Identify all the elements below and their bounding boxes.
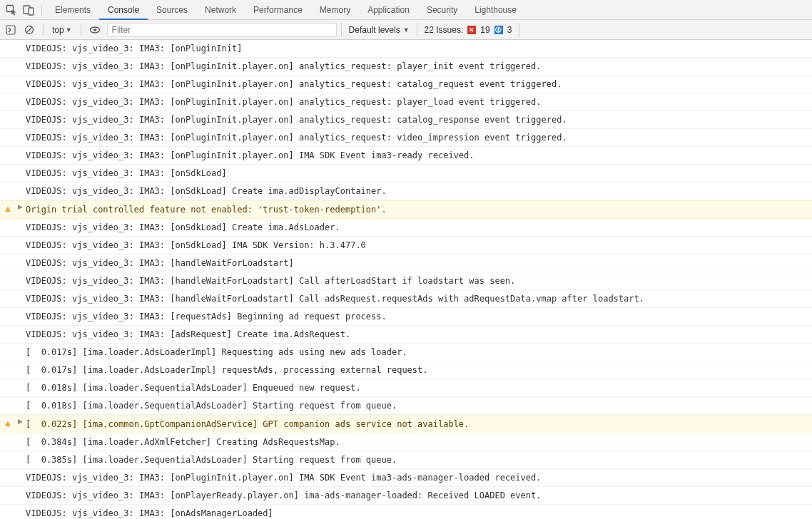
- tab-security[interactable]: Security: [418, 0, 466, 19]
- log-message: VIDEOJS: vjs_video_3: IMA3: [onSdkLoad] …: [24, 239, 366, 252]
- console-row[interactable]: VIDEOJS: vjs_video_3: IMA3: [onPluginIni…: [0, 40, 812, 58]
- log-message: [ 0.017s] [ima.loader.AdsLoaderImpl] req…: [24, 364, 428, 376]
- issues-info-count: 3: [507, 25, 512, 35]
- log-message: VIDEOJS: vjs_video_3: IMA3: [onSdkLoad]: [24, 167, 227, 180]
- issues-summary[interactable]: 22 Issues: ✕ 19 🛈 3: [417, 23, 520, 37]
- log-message: VIDEOJS: vjs_video_3: IMA3: [onPluginIni…: [24, 471, 541, 484]
- console-row[interactable]: ▲▶[ 0.022s] [ima.common.GptCompanionAdSe…: [0, 415, 812, 433]
- log-message: [ 0.385s] [ima.loader.SequentialAdsLoade…: [24, 453, 397, 466]
- log-message: VIDEOJS: vjs_video_3: IMA3: [onAdsManage…: [24, 507, 273, 519]
- console-row[interactable]: [ 0.017s] [ima.loader.AdsLoaderImpl] Req…: [0, 344, 812, 361]
- issues-error-count: 19: [480, 25, 489, 35]
- log-message: VIDEOJS: vjs_video_3: IMA3: [onPluginIni…: [24, 96, 541, 108]
- tab-performance[interactable]: Performance: [245, 0, 311, 19]
- console-row[interactable]: VIDEOJS: vjs_video_3: IMA3: [adsRequest]…: [0, 326, 812, 344]
- log-message: [ 0.018s] [ima.loader.SequentialAdsLoade…: [24, 381, 361, 394]
- console-row[interactable]: VIDEOJS: vjs_video_3: IMA3: [handleWaitF…: [0, 290, 812, 308]
- clear-console-icon[interactable]: [20, 21, 39, 38]
- console-row[interactable]: VIDEOJS: vjs_video_3: IMA3: [onPlayerRea…: [0, 487, 812, 505]
- chevron-down-icon: ▼: [66, 26, 72, 34]
- console-row[interactable]: VIDEOJS: vjs_video_3: IMA3: [onPluginIni…: [0, 76, 812, 93]
- log-message: [ 0.384s] [ima.loader.AdXmlFetcher] Crea…: [24, 436, 340, 448]
- tab-console[interactable]: Console: [99, 0, 148, 19]
- console-row[interactable]: VIDEOJS: vjs_video_3: IMA3: [onPluginIni…: [0, 93, 812, 111]
- console-row[interactable]: ▲▶Origin trial controlled feature not en…: [0, 200, 812, 219]
- expand-toggle[interactable]: ▶: [16, 203, 24, 210]
- svg-rect-2: [29, 8, 34, 15]
- row-gutter: ▲: [0, 203, 16, 214]
- panel-tabs: ElementsConsoleSourcesNetworkPerformance…: [46, 0, 525, 19]
- console-row[interactable]: [ 0.385s] [ima.loader.SequentialAdsLoade…: [0, 451, 812, 469]
- error-badge-icon: ✕: [467, 26, 476, 34]
- console-row[interactable]: VIDEOJS: vjs_video_3: IMA3: [handleWaitF…: [0, 255, 812, 272]
- log-message: VIDEOJS: vjs_video_3: IMA3: [onPluginIni…: [24, 78, 562, 91]
- log-message: [ 0.018s] [ima.loader.SequentialAdsLoade…: [24, 399, 397, 412]
- info-badge-icon: 🛈: [494, 26, 503, 34]
- console-row[interactable]: VIDEOJS: vjs_video_3: IMA3: [onAdsManage…: [0, 505, 812, 519]
- console-toolbar: top ▼ Default levels ▼ 22 Issues: ✕ 19 🛈…: [0, 20, 812, 40]
- context-label: top: [52, 25, 64, 35]
- console-row[interactable]: VIDEOJS: vjs_video_3: IMA3: [onPluginIni…: [0, 111, 812, 129]
- log-message: VIDEOJS: vjs_video_3: IMA3: [handleWaitF…: [24, 292, 644, 305]
- warning-icon: ▲: [4, 418, 13, 428]
- tab-sources[interactable]: Sources: [148, 0, 196, 19]
- console-row[interactable]: [ 0.017s] [ima.loader.AdsLoaderImpl] req…: [0, 361, 812, 379]
- toolbar-separator: [81, 24, 81, 36]
- inspect-element-icon[interactable]: [3, 1, 20, 19]
- tab-application[interactable]: Application: [359, 0, 418, 19]
- execution-context-selector[interactable]: top ▼: [48, 25, 76, 35]
- log-message: Origin trial controlled feature not enab…: [24, 203, 387, 216]
- filter-input[interactable]: [112, 25, 332, 35]
- console-row[interactable]: VIDEOJS: vjs_video_3: IMA3: [onPluginIni…: [0, 469, 812, 487]
- chevron-down-icon: ▼: [403, 26, 410, 34]
- log-message: VIDEOJS: vjs_video_3: IMA3: [onPluginIni…: [24, 131, 567, 144]
- log-message: VIDEOJS: vjs_video_3: IMA3: [handleWaitF…: [24, 257, 294, 269]
- log-message: VIDEOJS: vjs_video_3: IMA3: [onPluginIni…: [24, 42, 242, 55]
- console-filter[interactable]: [107, 23, 337, 37]
- log-message: VIDEOJS: vjs_video_3: IMA3: [onSdkLoad] …: [24, 221, 340, 234]
- live-expression-icon[interactable]: [86, 21, 104, 38]
- console-row[interactable]: VIDEOJS: vjs_video_3: IMA3: [onPluginIni…: [0, 129, 812, 147]
- console-row[interactable]: VIDEOJS: vjs_video_3: IMA3: [requestAds]…: [0, 308, 812, 326]
- console-log-area: VIDEOJS: vjs_video_3: IMA3: [onPluginIni…: [0, 40, 812, 519]
- console-row[interactable]: [ 0.018s] [ima.loader.SequentialAdsLoade…: [0, 397, 812, 415]
- tab-network[interactable]: Network: [196, 0, 245, 19]
- toolbar-separator: [43, 24, 44, 36]
- tab-memory[interactable]: Memory: [311, 0, 359, 19]
- console-row[interactable]: [ 0.018s] [ima.loader.SequentialAdsLoade…: [0, 379, 812, 397]
- console-row[interactable]: VIDEOJS: vjs_video_3: IMA3: [handleWaitF…: [0, 272, 812, 290]
- svg-line-5: [26, 27, 32, 33]
- log-message: VIDEOJS: vjs_video_3: IMA3: [onPluginIni…: [24, 149, 474, 162]
- show-console-sidebar-icon[interactable]: [1, 21, 20, 38]
- tab-lighthouse[interactable]: Lighthouse: [466, 0, 525, 19]
- levels-label: Default levels: [349, 25, 400, 35]
- devtools-main-toolbar: ElementsConsoleSourcesNetworkPerformance…: [0, 0, 812, 20]
- log-message: VIDEOJS: vjs_video_3: IMA3: [onPlayerRea…: [24, 489, 541, 502]
- svg-point-7: [93, 29, 96, 31]
- warning-icon: ▲: [4, 203, 13, 214]
- console-row[interactable]: VIDEOJS: vjs_video_3: IMA3: [onSdkLoad] …: [0, 237, 812, 255]
- toolbar-separator: [41, 4, 42, 16]
- console-row[interactable]: VIDEOJS: vjs_video_3: IMA3: [onPluginIni…: [0, 58, 812, 76]
- log-message: VIDEOJS: vjs_video_3: IMA3: [onSdkLoad] …: [24, 185, 387, 197]
- console-row[interactable]: VIDEOJS: vjs_video_3: IMA3: [onSdkLoad] …: [0, 219, 812, 237]
- console-row[interactable]: [ 0.384s] [ima.loader.AdXmlFetcher] Crea…: [0, 433, 812, 451]
- expand-toggle[interactable]: ▶: [16, 418, 24, 425]
- console-row[interactable]: VIDEOJS: vjs_video_3: IMA3: [onPluginIni…: [0, 147, 812, 165]
- log-message: [ 0.022s] [ima.common.GptCompanionAdServ…: [24, 418, 469, 431]
- tab-elements[interactable]: Elements: [46, 0, 99, 19]
- device-toolbar-icon[interactable]: [20, 1, 37, 19]
- console-row[interactable]: VIDEOJS: vjs_video_3: IMA3: [onSdkLoad]: [0, 165, 812, 183]
- issues-label: 22 Issues:: [425, 25, 464, 35]
- console-row[interactable]: VIDEOJS: vjs_video_3: IMA3: [onSdkLoad] …: [0, 183, 812, 200]
- row-gutter: ▲: [0, 418, 16, 428]
- log-message: VIDEOJS: vjs_video_3: IMA3: [requestAds]…: [24, 310, 387, 323]
- log-message: VIDEOJS: vjs_video_3: IMA3: [adsRequest]…: [24, 328, 350, 341]
- log-message: VIDEOJS: vjs_video_3: IMA3: [onPluginIni…: [24, 60, 541, 73]
- log-message: VIDEOJS: vjs_video_3: IMA3: [onPluginIni…: [24, 113, 567, 126]
- log-message: [ 0.017s] [ima.loader.AdsLoaderImpl] Req…: [24, 346, 407, 359]
- log-level-selector[interactable]: Default levels ▼: [341, 23, 417, 37]
- log-message: VIDEOJS: vjs_video_3: IMA3: [handleWaitF…: [24, 274, 515, 287]
